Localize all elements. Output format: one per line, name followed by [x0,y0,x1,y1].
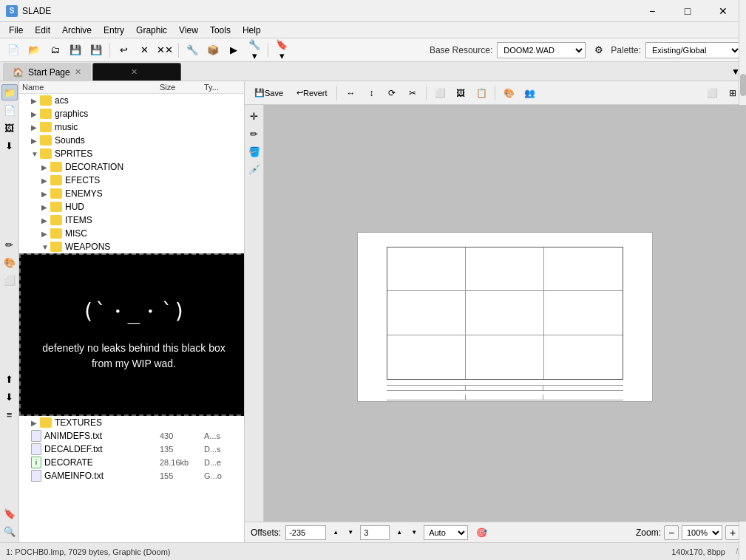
sidebar-icon-entry[interactable]: 📄 [1,102,18,118]
tool-pencil[interactable]: ✏ [246,126,262,142]
tree-item-sprites[interactable]: ▼ SPRITES [19,147,244,160]
rotate-button[interactable]: ⟳ [383,84,401,102]
open-button[interactable]: 📂 [25,41,43,59]
tree-item-weapons[interactable]: ▼ WEAPONS [19,240,244,253]
revert-entry-button[interactable]: ↩ Revert [291,84,332,102]
sidebar-icon-palette[interactable]: 🎨 [1,254,18,270]
offset-x-up[interactable]: ▲ [330,528,341,537]
tree-item-decoration[interactable]: ▶ DECORATION [19,160,244,174]
gfx-btn-5[interactable]: 👥 [520,84,538,102]
gfx-btn-1[interactable]: ⬜ [431,84,449,102]
open-dir-button[interactable]: 🗂 [46,41,64,59]
offset-y-down[interactable]: ▼ [409,528,419,537]
gfx-btn-3[interactable]: 📋 [472,84,490,102]
gfx-btn-2[interactable]: 🖼 [452,84,469,102]
center-offset-button[interactable]: 🎯 [472,524,490,542]
tree-name-textures: TEXTURES [55,417,241,428]
convert-button[interactable]: 🔧 [183,41,201,59]
tree-item-music[interactable]: ▶ music [19,120,244,134]
tree-item-acs[interactable]: ▶ acs [19,94,244,107]
tab-close-button[interactable]: ✕ [75,67,81,77]
tree-item-hud[interactable]: ▶ HUD [19,200,244,214]
wad-tab-close[interactable]: ✕ [131,67,138,77]
tree-item-textures[interactable]: ▶ TEXTURES [19,416,244,429]
sidebar-icon-down2[interactable]: ⬇ [1,389,18,405]
menu-tools[interactable]: Tools [204,24,237,37]
menu-help[interactable]: Help [237,24,267,37]
undo-button[interactable]: ↩ [115,41,132,59]
maximize-button[interactable]: □ [671,0,705,22]
bookmark-button[interactable]: 🔖▾ [273,41,291,59]
tree-item-sounds[interactable]: ▶ Sounds [19,134,244,147]
zoom-in-button[interactable]: + [725,525,740,540]
close-archive-button[interactable]: ✕ [135,41,153,59]
archive-button[interactable]: 📦 [204,41,222,59]
close-all-button[interactable]: ✕✕ [156,41,174,59]
base-resource-dropdown[interactable]: DOOM2.WAD [497,42,586,58]
save-entry-button[interactable]: 💾 Save [249,84,288,102]
tree-item-animdefs[interactable]: ANIMDEFS.txt 430 A...s [19,429,244,443]
sidebar-icon-bookmark[interactable]: 🔖 [1,505,18,522]
menu-entry[interactable]: Entry [98,24,130,37]
scrollbar-thumb[interactable] [740,74,746,96]
status-text: 1: POCHB0.lmp, 7029 bytes, Graphic (Doom… [6,547,171,556]
flip-h-button[interactable]: ↔ [342,84,359,102]
offset-y-up[interactable]: ▲ [394,528,404,537]
flip-v-button[interactable]: ↕ [362,84,380,102]
start-page-tab[interactable]: 🏠 Start Page ✕ [3,63,91,81]
base-resource-settings[interactable]: ⚙ [590,41,608,59]
file-tree-scroll[interactable]: ▶ acs ▶ graphics ▶ music ▶ Sounds ▼ [19,94,244,542]
offset-mode-select[interactable]: Auto [424,525,468,540]
tabs-bar: 🏠 Start Page ✕ ✕ ▼ [0,62,746,81]
gfx-btn-4[interactable]: 🎨 [500,84,518,102]
menu-graphic[interactable]: Graphic [130,24,173,37]
folder-icon-sounds [40,135,52,146]
save-file-button[interactable]: 💾 [67,41,84,59]
menu-edit[interactable]: Edit [29,24,56,37]
tree-item-efects[interactable]: ▶ EFECTS [19,174,244,187]
toolbar-sep-1 [109,43,110,58]
zoom-out-button[interactable]: − [664,525,679,540]
offset-x-input[interactable] [285,525,326,540]
tree-item-graphics[interactable]: ▶ graphics [19,107,244,120]
minimize-button[interactable]: − [635,0,669,22]
editor-sep-3 [495,86,495,100]
menu-view[interactable]: View [173,24,204,37]
crop-button[interactable]: ✂ [404,84,421,102]
tree-item-enemys[interactable]: ▶ ENEMYS [19,187,244,200]
extra-frame-2 [387,395,623,400]
config-button[interactable]: 🔧▾ [245,41,263,59]
zoom-select[interactable]: 100% 50% 200% 400% [682,525,722,540]
sidebar-icon-up2[interactable]: ⬆ [1,371,18,387]
sidebar-icon-down[interactable]: ⬇ [1,137,18,154]
run-button[interactable]: ▶ [225,41,243,59]
tool-eyedropper[interactable]: 💉 [246,161,262,177]
menu-archive[interactable]: Archive [56,24,98,37]
sidebar-icon-gfx[interactable]: 🖼 [1,120,18,136]
tree-arrow-hud: ▶ [41,203,50,211]
sidebar-icon-archive[interactable]: 📁 [1,84,18,100]
new-button[interactable]: 📄 [4,41,22,59]
tool-fill[interactable]: 🪣 [246,143,262,160]
tree-item-gameinfo[interactable]: GAMEINFO.txt 155 G...o [19,469,244,482]
sidebar-icon-list[interactable]: ≡ [1,406,18,423]
offset-x-down[interactable]: ▼ [345,528,356,537]
tree-item-items[interactable]: ▶ ITEMS [19,214,244,227]
grid-cell-01 [387,291,466,335]
wad-tab[interactable]: ✕ [92,63,181,81]
tree-item-decorate[interactable]: i DECORATE 28.16kb D...e [19,456,244,469]
tree-item-misc[interactable]: ▶ MISC [19,227,244,240]
save-all-button[interactable]: 💾 [87,41,105,59]
sidebar-icon-pencil[interactable]: ✏ [1,236,18,253]
offset-y-input[interactable] [360,525,390,540]
tree-item-decaldef[interactable]: DECALDEF.txt 135 D...s [19,443,244,456]
view-fit-button[interactable]: ⬜ [703,84,721,102]
tool-move[interactable]: ✛ [246,108,262,124]
sidebar-icon-filter[interactable]: 🔍 [1,523,18,539]
palette-dropdown[interactable]: Existing/Global [645,42,742,58]
extra-div-3 [465,395,466,400]
tree-arrow-decoration: ▶ [41,163,50,171]
sidebar-icon-tile[interactable]: ⬜ [1,272,18,288]
close-button[interactable]: ✕ [706,0,740,22]
menu-file[interactable]: File [3,24,29,37]
